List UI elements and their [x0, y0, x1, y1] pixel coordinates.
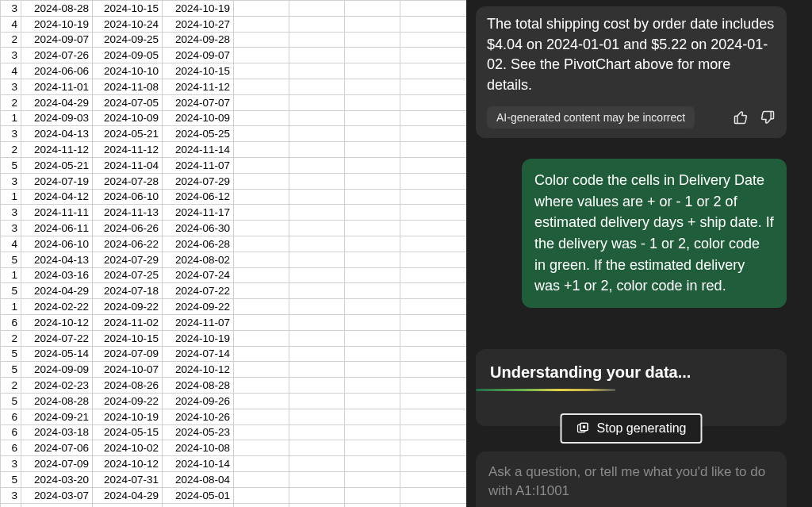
cell[interactable]: 2024-09-28 — [163, 32, 234, 48]
cell[interactable]: 2024-10-19 — [163, 330, 234, 346]
cell[interactable]: 2024-11-11 — [21, 205, 93, 221]
table-row[interactable]: 62024-03-182024-05-152024-05-23 — [1, 424, 467, 440]
cell[interactable]: 2024-05-25 — [163, 126, 234, 142]
cell[interactable] — [345, 173, 400, 189]
cell[interactable] — [345, 314, 400, 330]
cell[interactable] — [289, 378, 345, 394]
cell[interactable] — [400, 471, 467, 487]
cell[interactable]: 2024-04-12 — [21, 189, 93, 205]
cell[interactable]: 2024-08-02 — [163, 252, 234, 267]
cell[interactable] — [234, 362, 289, 378]
cell[interactable] — [400, 378, 467, 394]
cell[interactable]: 2024-09-22 — [93, 393, 163, 409]
cell[interactable] — [234, 314, 289, 330]
cell[interactable]: 2024-07-28 — [93, 173, 163, 189]
table-row[interactable]: 52024-04-292024-07-182024-07-22 — [1, 283, 467, 299]
cell[interactable] — [345, 424, 400, 440]
cell[interactable] — [345, 362, 400, 378]
cell[interactable]: 2024-04-29 — [93, 487, 163, 503]
cell[interactable] — [400, 456, 467, 472]
cell[interactable] — [234, 283, 289, 299]
cell[interactable]: 2024-07-26 — [21, 48, 93, 63]
table-row[interactable]: 22024-04-292024-07-052024-07-07 — [1, 94, 467, 110]
cell[interactable]: 2024-05-23 — [163, 424, 234, 440]
cell[interactable]: 2024-11-02 — [93, 314, 163, 330]
table-row[interactable]: 22024-11-122024-11-122024-11-14 — [1, 142, 467, 158]
cell[interactable]: 2024-07-05 — [93, 94, 163, 110]
cell[interactable] — [289, 205, 345, 221]
cell[interactable]: 2024-10-15 — [163, 63, 234, 79]
cell[interactable] — [234, 63, 289, 79]
cell[interactable]: 2024-09-03 — [21, 110, 93, 126]
cell[interactable] — [234, 189, 289, 205]
cell[interactable] — [400, 346, 467, 362]
cell[interactable] — [234, 173, 289, 189]
cell[interactable] — [234, 456, 289, 472]
cell[interactable] — [289, 236, 345, 252]
cell[interactable] — [345, 221, 400, 236]
cell[interactable]: 2024-06-28 — [163, 236, 234, 252]
cell[interactable] — [234, 330, 289, 346]
cell[interactable]: 5 — [1, 252, 21, 267]
cell[interactable] — [234, 487, 289, 503]
cell[interactable] — [289, 1, 345, 17]
cell[interactable] — [400, 126, 467, 142]
cell[interactable] — [289, 471, 345, 487]
table-row[interactable]: 52024-04-132024-07-292024-08-02 — [1, 252, 467, 267]
cell[interactable]: 2024-11-13 — [93, 205, 163, 221]
data-table[interactable]: 32024-08-282024-10-152024-10-1942024-10-… — [0, 0, 466, 507]
cell[interactable]: 2024-11-12 — [163, 79, 234, 94]
cell[interactable] — [345, 1, 400, 17]
cell[interactable]: 2024-11-14 — [163, 142, 234, 158]
cell[interactable]: 6 — [1, 440, 21, 456]
cell[interactable] — [345, 409, 400, 424]
cell[interactable] — [289, 283, 345, 299]
cell[interactable] — [345, 157, 400, 173]
cell[interactable]: 2024-11-07 — [163, 157, 234, 173]
cell[interactable]: 2024-10-02 — [93, 440, 163, 456]
cell[interactable] — [400, 157, 467, 173]
cell[interactable]: 2024-11-04 — [93, 157, 163, 173]
cell[interactable] — [289, 330, 345, 346]
cell[interactable]: 2 — [1, 378, 21, 394]
cell[interactable]: 2024-10-12 — [21, 314, 93, 330]
cell[interactable]: 2024-08-26 — [93, 378, 163, 394]
cell[interactable]: 5 — [1, 346, 21, 362]
cell[interactable]: 3 — [1, 79, 21, 94]
cell[interactable] — [345, 142, 400, 158]
cell[interactable]: 1 — [1, 299, 21, 315]
table-row[interactable]: 12024-04-122024-06-102024-06-12 — [1, 189, 467, 205]
cell[interactable] — [400, 252, 467, 267]
cell[interactable] — [345, 205, 400, 221]
cell[interactable]: 2024-06-26 — [93, 221, 163, 236]
table-row[interactable]: 32024-07-192024-07-282024-07-29 — [1, 173, 467, 189]
cell[interactable]: 2024-10-08 — [163, 440, 234, 456]
cell[interactable] — [234, 221, 289, 236]
cell[interactable]: 2024-10-27 — [163, 16, 234, 32]
cell[interactable]: 2024-11-12 — [21, 142, 93, 158]
cell[interactable]: 2024-11-17 — [163, 205, 234, 221]
cell[interactable] — [400, 32, 467, 48]
cell[interactable] — [345, 189, 400, 205]
cell[interactable] — [234, 424, 289, 440]
cell[interactable]: 2 — [1, 32, 21, 48]
table-row[interactable]: 32024-03-072024-04-292024-05-01 — [1, 487, 467, 503]
cell[interactable] — [400, 48, 467, 63]
cell[interactable] — [345, 503, 400, 507]
cell[interactable]: 2024-08-28 — [21, 1, 93, 17]
table-row[interactable]: 12024-02-222024-09-222024-09-22 — [1, 299, 467, 315]
cell[interactable]: 2024-03-16 — [21, 267, 93, 283]
cell[interactable]: 3 — [1, 48, 21, 63]
cell[interactable]: 2024-06-09 — [93, 503, 163, 507]
cell[interactable]: 5 — [1, 362, 21, 378]
cell[interactable] — [400, 189, 467, 205]
cell[interactable]: 2024-05-21 — [93, 126, 163, 142]
cell[interactable] — [289, 173, 345, 189]
cell[interactable] — [234, 110, 289, 126]
cell[interactable]: 2024-04-13 — [21, 126, 93, 142]
table-row[interactable]: 22024-09-072024-09-252024-09-28 — [1, 32, 467, 48]
cell[interactable] — [234, 1, 289, 17]
table-row[interactable]: 52024-08-282024-09-222024-09-26 — [1, 393, 467, 409]
cell[interactable] — [345, 267, 400, 283]
cell[interactable]: 2024-04-29 — [21, 94, 93, 110]
